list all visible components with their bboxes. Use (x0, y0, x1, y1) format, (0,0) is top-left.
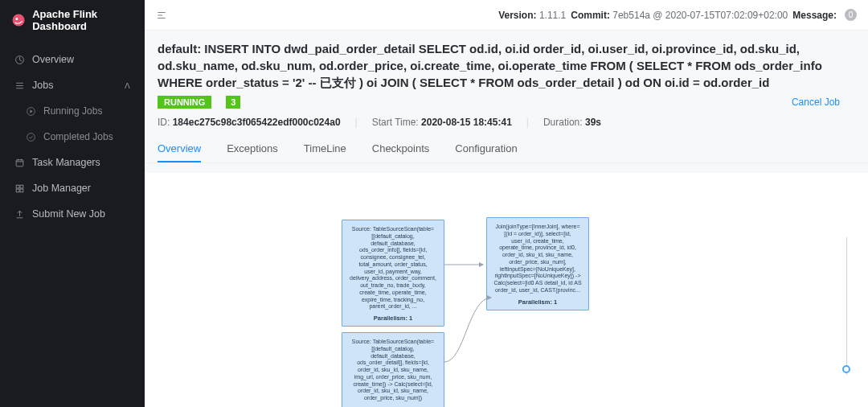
job-meta: RUNNING 3 (158, 96, 855, 109)
graph-node-join[interactable]: Join(joinType=[InnerJoin], where=[(id = … (486, 217, 589, 310)
meta-separator: | (526, 117, 529, 128)
version-label: Version: (498, 10, 536, 21)
node-description: Source: TableSourceScan(table=[[default_… (349, 226, 437, 310)
app-logo: Apache Flink Dashboard (0, 0, 145, 40)
sidebar-item-job-manager[interactable]: Job Manager (0, 175, 145, 201)
play-circle-icon (26, 106, 36, 117)
job-status-count: 3 (226, 96, 240, 109)
svg-point-4 (27, 133, 35, 141)
sidebar-item-label: Completed Jobs (43, 131, 113, 142)
commit-label: Commit: (571, 10, 610, 21)
main-content: Version: 1.11.1 Commit: 7eb514a @ 2020-0… (145, 0, 868, 407)
sidebar-item-label: Jobs (32, 80, 53, 91)
tab-overview[interactable]: Overview (158, 136, 201, 162)
flink-logo-icon (11, 11, 26, 29)
sidebar-item-overview[interactable]: Overview (0, 47, 145, 72)
message-count-badge[interactable]: 0 (845, 9, 857, 21)
sidebar-item-label: Overview (32, 54, 74, 65)
graph-node-source-order-detail[interactable]: Source: TableSourceScan(table=[[default_… (342, 332, 444, 407)
job-content: Cancel Job default: INSERT INTO dwd_paid… (145, 31, 868, 407)
sidebar: Apache Flink Dashboard Overview Jobs ᐱ R… (0, 0, 145, 407)
svg-rect-5 (16, 159, 23, 166)
check-circle-icon (26, 132, 36, 142)
svg-rect-6 (16, 185, 19, 188)
menu-fold-icon[interactable] (156, 10, 167, 21)
zoom-slider[interactable] (844, 237, 849, 375)
tab-configuration[interactable]: Configuration (455, 136, 517, 162)
start-time-value: 2020-08-15 18:45:41 (421, 117, 512, 128)
graph-node-source-order-info[interactable]: Source: TableSourceScan(table=[[default_… (342, 220, 444, 327)
job-id-value: 184ec275c98c3f065422edf000c024a0 (173, 117, 341, 128)
tab-exceptions[interactable]: Exceptions (227, 136, 278, 162)
svg-rect-9 (20, 189, 23, 192)
cancel-job-link[interactable]: Cancel Job (792, 97, 840, 108)
message-label: Message: (792, 10, 837, 21)
tab-timeline[interactable]: TimeLine (304, 136, 346, 162)
start-time-label: Start Time: (372, 117, 419, 128)
tab-checkpoints[interactable]: Checkpoints (372, 136, 430, 162)
sidebar-item-jobs[interactable]: Jobs ᐱ (0, 72, 145, 98)
meta-separator: | (355, 117, 358, 128)
chevron-up-icon: ᐱ (125, 81, 130, 90)
job-title: default: INSERT INTO dwd_paid_order_deta… (158, 40, 855, 91)
node-parallelism: Parallelism: 1 (493, 298, 582, 306)
version-value: 1.11.1 (539, 10, 566, 21)
graph-edge (444, 260, 489, 269)
node-parallelism: Parallelism: 1 (349, 314, 437, 322)
sidebar-item-label: Job Manager (32, 183, 91, 194)
app-title: Apache Flink Dashboard (32, 8, 133, 32)
node-description: Source: TableSourceScan(table=[[default_… (349, 339, 437, 402)
sidebar-item-task-managers[interactable]: Task Managers (0, 150, 145, 175)
bars-icon (14, 80, 25, 91)
job-status-badge: RUNNING (158, 96, 211, 109)
topbar: Version: 1.11.1 Commit: 7eb514a @ 2020-0… (145, 0, 868, 31)
svg-point-0 (13, 14, 25, 26)
sidebar-item-running-jobs[interactable]: Running Jobs (0, 98, 145, 124)
job-id-label: ID: (158, 117, 170, 128)
duration-value: 39s (585, 117, 601, 128)
commit-value: 7eb514a @ 2020-07-15T07:02:09+02:00 (612, 10, 788, 21)
zoom-handle[interactable] (842, 365, 850, 373)
svg-rect-7 (20, 185, 23, 188)
dashboard-icon (14, 55, 25, 65)
sidebar-item-completed-jobs[interactable]: Completed Jobs (0, 124, 145, 150)
sidebar-item-label: Submit New Job (32, 208, 105, 220)
node-description: Join(joinType=[InnerJoin], where=[(id = … (493, 224, 582, 294)
svg-rect-8 (16, 189, 19, 192)
job-graph[interactable]: Source: TableSourceScan(table=[[default_… (145, 173, 868, 407)
svg-point-1 (15, 18, 18, 20)
sidebar-nav: Overview Jobs ᐱ Running Jobs Completed J… (0, 40, 145, 233)
sidebar-item-label: Running Jobs (43, 105, 102, 117)
schedule-icon (14, 158, 25, 168)
zoom-track (846, 237, 847, 375)
sidebar-item-label: Task Managers (32, 157, 100, 168)
duration-label: Duration: (543, 117, 583, 128)
job-tabs: Overview Exceptions TimeLine Checkpoints… (145, 136, 868, 163)
job-meta-row2: ID: 184ec275c98c3f065422edf000c024a0 | S… (158, 117, 855, 128)
build-icon (14, 183, 25, 194)
upload-icon (14, 209, 25, 220)
sidebar-item-submit-new-job[interactable]: Submit New Job (0, 201, 145, 227)
